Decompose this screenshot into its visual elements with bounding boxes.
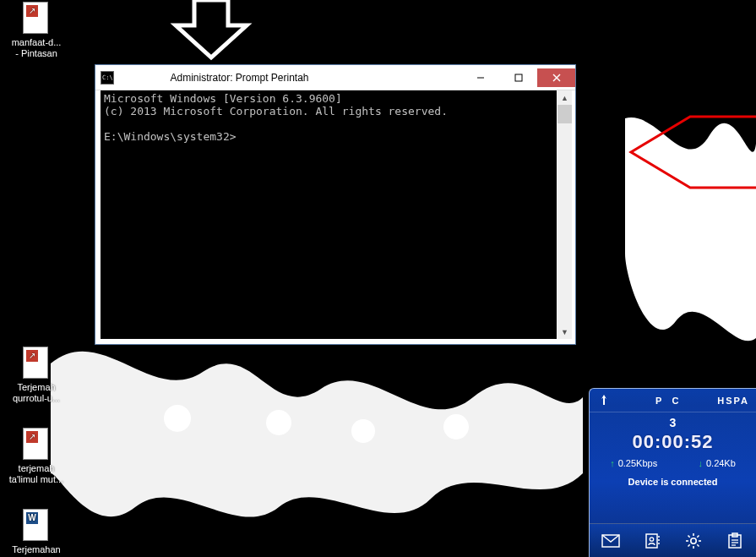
window-controls: [461, 68, 575, 87]
shortcut-icon: [23, 347, 50, 380]
maximize-button[interactable]: [499, 68, 537, 87]
minimize-icon: [476, 74, 485, 82]
icon-label: Terjemahqurrotul-u...: [5, 382, 68, 404]
minimize-button[interactable]: [461, 68, 499, 87]
svg-line-24: [697, 535, 699, 537]
shortcut-icon: [23, 428, 50, 461]
stats-button[interactable]: [721, 527, 748, 554]
desktop-icon-terjemah-qurrotul[interactable]: Terjemahqurrotul-u...: [5, 347, 68, 404]
svg-point-13: [650, 537, 653, 540]
scroll-up-icon[interactable]: ▲: [557, 90, 572, 105]
modem-speeds: 0.25Kbps 0.24Kb: [590, 458, 756, 468]
modem-widget[interactable]: P C HSPA 3 00:00:52 0.25Kbps 0.24Kb Devi…: [589, 388, 756, 557]
modem-timer: 00:00:52: [590, 431, 756, 453]
desktop-icon-manfaat[interactable]: manfaat-d...- Pintasan: [5, 2, 68, 59]
titlebar[interactable]: Administrator: Prompt Perintah: [95, 65, 575, 90]
icon-label: manfaat-d...- Pintasan: [5, 37, 68, 59]
svg-point-1: [266, 410, 291, 435]
word-doc-icon: W: [23, 509, 50, 543]
maximize-icon: [514, 74, 523, 82]
svg-rect-7: [515, 74, 522, 81]
modem-mode-p: P: [655, 396, 663, 406]
annotation-red-arrow-icon: [623, 108, 756, 201]
messages-button[interactable]: [597, 527, 624, 554]
cmd-prompt: E:\Windows\system32>: [104, 130, 237, 143]
svg-line-25: [688, 544, 690, 546]
shortcut-icon: [23, 2, 50, 35]
modem-network-type: HSPA: [717, 396, 749, 406]
close-icon: [552, 74, 561, 82]
command-prompt-window[interactable]: Administrator: Prompt Perintah Microsoft…: [95, 64, 576, 345]
modem-toolbar: [590, 523, 756, 557]
download-speed: 0.24Kb: [698, 458, 735, 468]
scrollbar-thumb[interactable]: [557, 105, 572, 123]
svg-point-0: [164, 405, 191, 432]
icon-label: TerjemahanKitab Safin...: [5, 544, 68, 557]
vertical-scrollbar[interactable]: ▲ ▼: [557, 90, 572, 339]
desktop-icon-terjemah-talimul[interactable]: terjemahta'limul mut...: [5, 428, 68, 485]
modem-middle: 3 00:00:52 0.25Kbps 0.24Kb Device is con…: [590, 412, 756, 487]
signal-icon: [598, 394, 610, 407]
contacts-icon: [644, 532, 661, 549]
upload-speed: 0.25Kbps: [610, 458, 657, 468]
annotation-down-arrow-icon: [169, 0, 253, 64]
cmd-line-1: Microsoft Windows [Version 6.3.9600]: [104, 92, 342, 105]
svg-point-5: [677, 246, 692, 261]
cmd-icon: [101, 71, 114, 85]
modem-status: Device is connected: [590, 477, 756, 487]
desktop-icons: manfaat-d...- Pintasan Terjemahqurrotul-…: [5, 2, 73, 557]
cmd-body[interactable]: Microsoft Windows [Version 6.3.9600] (c)…: [101, 90, 557, 339]
icon-label: terjemahta'limul mut...: [5, 463, 68, 485]
close-button[interactable]: [537, 68, 575, 87]
scroll-down-icon[interactable]: ▼: [557, 325, 572, 339]
svg-point-17: [691, 538, 696, 543]
contacts-button[interactable]: [639, 527, 666, 554]
modem-signal-bars: 3: [590, 416, 756, 429]
desktop-icon-terjemahan-kitab[interactable]: W TerjemahanKitab Safin...: [5, 509, 68, 557]
modem-top-row: P C HSPA: [590, 389, 756, 412]
gear-icon: [684, 532, 703, 550]
svg-point-3: [443, 414, 469, 440]
clipboard-icon: [726, 532, 743, 549]
svg-point-2: [351, 419, 375, 443]
window-title: Administrator: Prompt Perintah: [119, 72, 461, 84]
modem-mode-c: C: [672, 396, 680, 406]
settings-button[interactable]: [680, 527, 707, 554]
envelope-icon: [601, 534, 620, 548]
svg-point-4: [710, 211, 726, 228]
svg-line-23: [697, 544, 699, 546]
cmd-line-2: (c) 2013 Microsoft Corporation. All righ…: [104, 105, 448, 117]
svg-line-22: [688, 535, 690, 537]
